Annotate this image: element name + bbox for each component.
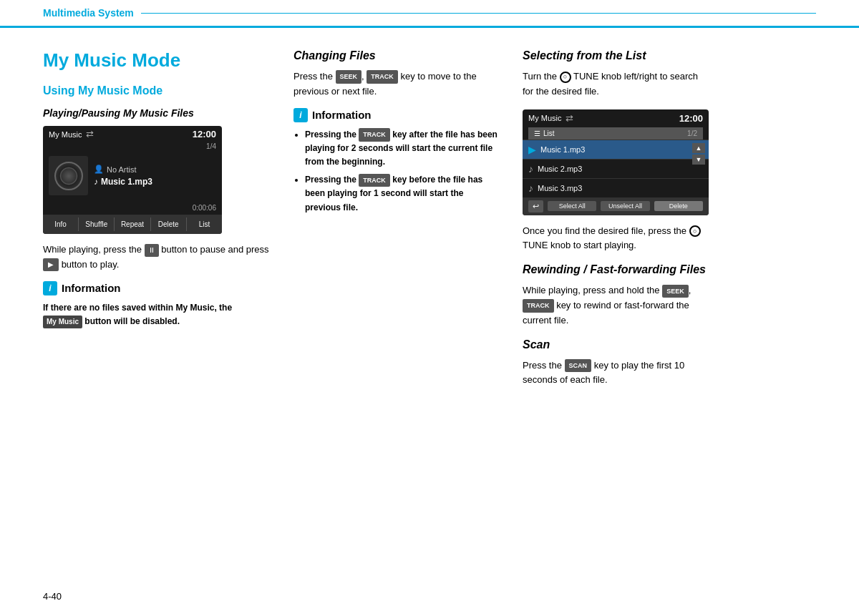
bullet-item-1: Pressing the TRACK key after the file ha… xyxy=(305,128,501,170)
player-header: My Music ⇄ 12:00 xyxy=(43,126,222,142)
player-controls: Info Shuffle Repeat Delete List xyxy=(43,215,222,234)
track-btn: TRACK xyxy=(367,70,398,83)
note-icon-2: ♪ xyxy=(528,182,533,194)
player-progress-area: 0:00:06 xyxy=(43,201,222,215)
track-btn-right: TRACK xyxy=(523,299,554,312)
info-box-left: i Information If there are no files save… xyxy=(43,281,272,328)
info-icon-left: i xyxy=(43,281,57,295)
list-item-name-0: Music 1.mp3 xyxy=(540,145,703,154)
person-icon: 👤 xyxy=(94,165,104,174)
usb-icon: ⇄ xyxy=(86,129,94,140)
middle-column: Changing Files Press the SEEK, TRACK key… xyxy=(293,49,501,398)
scroll-down[interactable]: ▼ xyxy=(692,155,705,165)
list-footer: ↩ Select All Unselect All Delete xyxy=(523,197,709,215)
player-track-num: 1/4 xyxy=(43,142,222,150)
list-icon: ☰ xyxy=(534,129,540,137)
play-button-inline: ▶ xyxy=(43,258,59,271)
scan-title: Scan xyxy=(523,338,816,351)
selecting-text2: Once you find the desired file, press th… xyxy=(523,224,709,254)
back-button[interactable]: ↩ xyxy=(528,200,543,212)
list-tab[interactable]: ☰ List 1/2 xyxy=(528,127,703,140)
player-header-left: My Music ⇄ xyxy=(49,129,94,140)
info-btn[interactable]: Info xyxy=(43,217,79,231)
list-item-name-1: Music 2.mp3 xyxy=(538,165,703,173)
track-btn-bullet1: TRACK xyxy=(359,128,390,141)
list-item-2[interactable]: ♪ Music 3.mp3 xyxy=(523,178,709,197)
subsection-title: Playing/Pausing My Music Files xyxy=(43,107,272,119)
disc-icon xyxy=(54,162,83,190)
info-title-middle: i Information xyxy=(293,108,501,122)
shuffle-btn[interactable]: Shuffle xyxy=(79,217,115,231)
album-art xyxy=(49,156,88,195)
unselect-all-btn[interactable]: Unselect All xyxy=(601,201,649,211)
music-player: My Music ⇄ 12:00 1/4 👤 No Artist ♪ xyxy=(43,126,222,234)
info-bullets: Pressing the TRACK key after the file ha… xyxy=(293,128,501,215)
header-title: Multimedia System xyxy=(43,7,134,19)
section-subtitle: Using My Music Mode xyxy=(43,84,272,97)
list-item-0[interactable]: ▶ Music 1.mp3 ▲ ▼ xyxy=(523,140,709,159)
music-note-icon: ♪ xyxy=(94,177,98,187)
player-body: 👤 No Artist ♪ Music 1.mp3 xyxy=(43,150,222,201)
left-column: My Music Mode Using My Music Mode Playin… xyxy=(43,49,272,398)
delete-btn[interactable]: Delete xyxy=(151,217,187,231)
scan-btn: SCAN xyxy=(565,359,592,372)
page-header: Multimedia System xyxy=(0,0,859,28)
my-music-label: My Music xyxy=(49,130,82,139)
track-btn-bullet2: TRACK xyxy=(359,174,390,187)
list-title: My Music xyxy=(528,114,561,122)
list-item-name-2: Music 3.mp3 xyxy=(538,184,703,192)
progress-time: 0:00:06 xyxy=(193,204,216,212)
info-box-middle: i Information Pressing the TRACK key aft… xyxy=(293,108,501,215)
selecting-text: Turn the ○ TUNE knob left/right to searc… xyxy=(523,69,709,99)
note-icon-1: ♪ xyxy=(528,163,533,175)
info-title-left: i Information xyxy=(43,281,272,295)
changing-files-text: Press the SEEK, TRACK key to move to the… xyxy=(293,69,501,99)
list-tab-count: 1/2 xyxy=(687,129,697,137)
list-time: 12:00 xyxy=(679,113,703,124)
player-time: 12:00 xyxy=(193,129,216,140)
list-items-container: ▶ Music 1.mp3 ▲ ▼ ♪ Music 2.mp3 ♪ Music … xyxy=(523,140,709,197)
list-tab-label: List xyxy=(543,129,555,137)
selecting-title: Selecting from the List xyxy=(523,49,816,62)
header-divider xyxy=(141,13,816,14)
right-column: Selecting from the List Turn the ○ TUNE … xyxy=(523,49,816,398)
info-icon-middle: i xyxy=(293,108,308,122)
tune-knob-icon2: ○ xyxy=(689,225,701,237)
repeat-btn[interactable]: Repeat xyxy=(115,217,150,231)
list-btn[interactable]: List xyxy=(187,217,222,231)
rewind-text: While playing, press and hold the SEEK, … xyxy=(523,283,709,328)
page-title: My Music Mode xyxy=(43,49,272,72)
changing-files-title: Changing Files xyxy=(293,49,501,62)
delete-all-btn[interactable]: Delete xyxy=(654,201,703,211)
track-artist: 👤 No Artist xyxy=(94,165,152,174)
my-music-btn: My Music xyxy=(43,316,82,328)
rewind-title: Rewinding / Fast-forwarding Files xyxy=(523,263,816,276)
list-header-left: My Music ⇄ xyxy=(528,113,573,124)
info-text-left: If there are no files saved within My Mu… xyxy=(43,301,272,328)
scan-text: Press the SCAN key to play the first 10 … xyxy=(523,358,709,388)
list-item-1[interactable]: ♪ Music 2.mp3 xyxy=(523,159,709,178)
pause-button-inline: ⏸ xyxy=(145,244,159,257)
page-number: 4-40 xyxy=(43,591,62,602)
music-list-ui: My Music ⇄ 12:00 ☰ List 1/2 ▶ Music 1.mp… xyxy=(523,109,709,215)
play-icon-0: ▶ xyxy=(528,144,536,155)
play-pause-text: While playing, press the ⏸ button to pau… xyxy=(43,243,272,273)
scroll-arrows: ▲ ▼ xyxy=(692,143,705,165)
track-name: ♪ Music 1.mp3 xyxy=(94,177,152,187)
scroll-up[interactable]: ▲ xyxy=(692,143,705,153)
main-content: My Music Mode Using My Music Mode Playin… xyxy=(0,28,859,412)
seek-btn-right: SEEK xyxy=(662,285,689,298)
list-usb-icon: ⇄ xyxy=(566,113,573,124)
select-all-btn[interactable]: Select All xyxy=(548,201,596,211)
list-header: My Music ⇄ 12:00 xyxy=(523,109,709,127)
seek-btn: SEEK xyxy=(336,70,362,83)
track-info: 👤 No Artist ♪ Music 1.mp3 xyxy=(94,165,152,187)
bullet-item-2: Pressing the TRACK key before the file h… xyxy=(305,173,501,215)
tune-knob-icon: ○ xyxy=(560,72,571,83)
